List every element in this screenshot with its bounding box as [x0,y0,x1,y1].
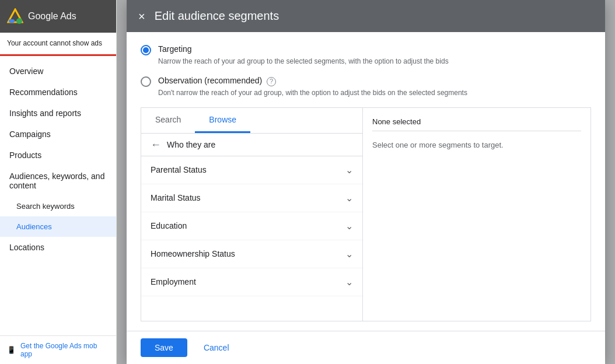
sidebar-item-recommendations[interactable]: Recommendations [0,82,116,103]
browse-item-employment[interactable]: Employment ⌄ [141,268,362,296]
targeting-label: Targeting [158,44,449,55]
browse-header: ← Who they are [141,134,362,156]
browse-items-list: Parental Status ⌄ Marital Status ⌄ Educa… [141,156,362,321]
observation-label: Observation (recommended) ? [158,75,467,87]
svg-rect-2 [9,19,15,23]
sidebar-item-insights[interactable]: Insights and reports [0,103,116,124]
targeting-text: Targeting Narrow the reach of your ad gr… [158,44,449,66]
sidebar-item-locations[interactable]: Locations [0,237,116,258]
right-panel-empty-text: Select one or more segments to target. [372,141,581,149]
chevron-down-icon: ⌄ [345,249,353,260]
account-warning-banner: Your account cannot show ads [0,33,116,56]
modal-title: Edit audience segments [155,9,279,23]
sidebar-item-campaigns[interactable]: Campaigns [0,124,116,145]
browse-item-marital-status[interactable]: Marital Status ⌄ [141,184,362,212]
chevron-down-icon: ⌄ [345,164,353,176]
sidebar-header: Google Ads [0,0,116,33]
account-warning-text: Your account cannot show ads [7,39,102,47]
sidebar-footer-app-link[interactable]: 📱 Get the Google Ads mob app [0,335,116,364]
main-content: × Edit audience segments Targeting Narro… [117,0,615,364]
tab-browse[interactable]: Browse [195,108,250,133]
right-panel-header: None selected [372,117,581,131]
tabs-bar: Search Browse [141,108,362,134]
targeting-description: Narrow the reach of your ad group to the… [158,57,449,66]
google-ads-logo-icon [7,8,23,24]
observation-description: Don't narrow the reach of your ad group,… [158,88,467,98]
modal-body: Targeting Narrow the reach of your ad gr… [127,32,605,331]
back-arrow-icon[interactable]: ← [151,139,161,150]
sidebar-item-audiences-kw[interactable]: Audiences, keywords, and content [0,166,116,196]
modal-overlay: × Edit audience segments Targeting Narro… [117,0,615,364]
sidebar: Google Ads Your account cannot show ads … [0,0,117,364]
chevron-down-icon: ⌄ [345,276,353,288]
browse-item-education[interactable]: Education ⌄ [141,212,362,240]
targeting-option[interactable]: Targeting Narrow the reach of your ad gr… [141,44,591,66]
edit-audience-segments-modal: × Edit audience segments Targeting Narro… [127,0,605,364]
chevron-down-icon: ⌄ [345,220,353,232]
targeting-radio[interactable] [141,45,151,55]
audience-panel: Search Browse ← Who they are [141,107,591,321]
logo: Google Ads [7,8,76,24]
save-button[interactable]: Save [141,338,187,357]
left-panel: Search Browse ← Who they are [141,108,363,321]
sidebar-item-overview[interactable]: Overview [0,61,116,82]
chevron-down-icon: ⌄ [345,192,353,204]
modal-footer: Save Cancel [127,331,605,364]
observation-text: Observation (recommended) ? Don't narrow… [158,75,467,97]
browse-header-title: Who they are [167,140,215,149]
observation-help-icon[interactable]: ? [267,77,276,86]
browse-item-homeownership[interactable]: Homeownership Status ⌄ [141,240,362,268]
sidebar-item-audiences[interactable]: Audiences [0,216,116,237]
sidebar-item-products[interactable]: Products [0,145,116,166]
modal-header: × Edit audience segments [127,0,605,32]
observation-option[interactable]: Observation (recommended) ? Don't narrow… [141,75,591,97]
sidebar-item-search-keywords[interactable]: Search keywords [0,196,116,216]
browse-item-parental-status[interactable]: Parental Status ⌄ [141,156,362,184]
svg-point-1 [16,18,22,24]
right-panel: None selected Select one or more segment… [363,108,590,321]
cancel-button[interactable]: Cancel [194,338,239,357]
sidebar-nav: Overview Recommendations Insights and re… [0,56,116,335]
sidebar-brand-title: Google Ads [28,11,76,22]
tab-search[interactable]: Search [141,108,195,133]
phone-icon: 📱 [7,346,16,354]
modal-close-button[interactable]: × [138,10,145,22]
footer-link-text: Get the Google Ads mob app [20,342,109,358]
observation-radio[interactable] [141,76,151,87]
